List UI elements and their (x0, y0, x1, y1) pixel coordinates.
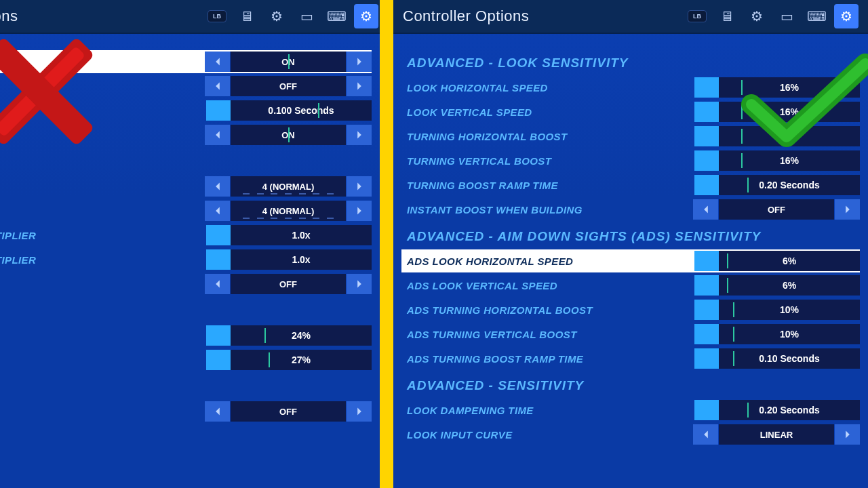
label: CONTROLLER (0, 406, 205, 418)
label: TURNING HORIZONTAL BOOST (401, 131, 694, 142)
window-icon[interactable]: ▭ (294, 4, 319, 28)
display-icon[interactable]: 🖥 (715, 4, 739, 28)
arrow-right-icon[interactable] (346, 401, 372, 422)
slider-handle[interactable] (694, 400, 719, 420)
controller-tab-icon[interactable]: ⚙ (354, 4, 378, 28)
slider[interactable]: 10% (694, 300, 860, 320)
value: 6% (783, 280, 796, 291)
slider[interactable]: 0.10 Seconds (694, 348, 860, 369)
slider-handle[interactable] (694, 102, 719, 122)
arrow-right-icon[interactable] (346, 176, 372, 197)
slider[interactable]: 0.20 Seconds (694, 400, 860, 420)
slider-handle[interactable] (694, 251, 719, 271)
slider[interactable]: 1.0x (206, 225, 372, 245)
row-athb[interactable]: ADS TURNING HORIZONTAL BOOST10% (401, 298, 860, 321)
row-damp[interactable]: LOOK DAMPENING TIME0.20 Seconds (401, 399, 860, 422)
arrow-right-icon[interactable] (346, 52, 372, 72)
value: 6% (783, 256, 796, 266)
slider-handle[interactable] (206, 225, 231, 245)
slider[interactable]: 6% (694, 275, 860, 296)
header-tabs: LB 🖥 ⚙ ▭ ⌨ ⚙ (685, 4, 859, 28)
window-icon[interactable]: ▭ (774, 4, 799, 28)
vertical-divider (380, 0, 393, 488)
slider-handle[interactable] (694, 150, 719, 171)
row-atvb[interactable]: ADS TURNING VERTICAL BOOST10% (401, 323, 860, 346)
toggle[interactable]: ON (205, 52, 372, 72)
arrow-left-icon[interactable] (693, 199, 719, 220)
slider-handle[interactable] (694, 275, 719, 296)
slider-handle[interactable] (206, 325, 231, 346)
slider[interactable]: 6% (694, 251, 860, 271)
arrow-right-icon[interactable] (834, 424, 860, 445)
label: ADS TURNING VERTICAL BOOST (401, 329, 694, 340)
left-pane: er Options LB 🖥 ⚙ ▭ ⌨ ⚙ AUTO-R ON NATELY (0, 0, 380, 488)
arrow-left-icon[interactable] (205, 76, 231, 96)
slider-handle[interactable] (694, 300, 719, 320)
label: DEADZONE (0, 330, 206, 342)
arrow-left-icon[interactable] (205, 401, 231, 422)
display-icon[interactable]: 🖥 (235, 4, 259, 28)
section-ads: ADVANCED - AIM DOWN SIGHTS (ADS) SENSITI… (393, 222, 868, 248)
label: INSTANT BOOST WHEN BUILDING (401, 204, 693, 216)
slider-handle[interactable] (206, 249, 231, 270)
row-dz2[interactable]: DEADZONE 27% (0, 348, 372, 371)
slider-handle[interactable] (694, 77, 719, 98)
slider[interactable]: 0.100 Seconds (206, 100, 372, 121)
toggle[interactable]: OFF (693, 199, 860, 220)
row-curve[interactable]: LOOK INPUT CURVE LINEAR (401, 423, 860, 446)
value: 0.20 Seconds (759, 405, 820, 415)
arrow-right-icon[interactable] (346, 274, 372, 294)
slider-handle[interactable] (206, 350, 231, 370)
slider-handle[interactable] (694, 126, 719, 146)
label: ADS TURNING BOOST RAMP TIME (401, 353, 694, 365)
label: ADS TURNING HORIZONTAL BOOST (401, 304, 694, 316)
arrow-right-icon[interactable] (346, 201, 372, 221)
slider-handle[interactable] (694, 348, 719, 369)
row-aramp[interactable]: ADS TURNING BOOST RAMP TIME0.10 Seconds (401, 347, 860, 370)
value: 1.0x (292, 230, 310, 241)
keyboard-icon[interactable]: ⌨ (804, 4, 829, 28)
gear-icon[interactable]: ⚙ (745, 4, 769, 28)
slider-handle[interactable] (694, 324, 719, 344)
toggle[interactable]: OFF (205, 76, 372, 96)
arrow-left-icon[interactable] (205, 52, 231, 72)
arrow-right-icon[interactable] (834, 199, 860, 220)
arrow-left-icon[interactable] (205, 201, 231, 221)
slider[interactable]: 10% (694, 324, 860, 344)
slider[interactable]: 16% (694, 150, 860, 171)
gear-icon[interactable]: ⚙ (264, 4, 289, 28)
arrow-left-icon[interactable] (205, 125, 231, 145)
slider[interactable]: 1.0x (206, 249, 372, 270)
toggle[interactable]: OFF (205, 401, 372, 422)
row-mult2[interactable]: SENSITIVITY MULTIPLIER 1.0x (0, 248, 372, 271)
toggle[interactable]: ON (205, 125, 372, 145)
toggle[interactable]: LINEAR (693, 424, 860, 445)
controller-tab-icon[interactable]: ⚙ (834, 4, 859, 28)
value: 27% (292, 354, 311, 365)
toggle[interactable]: 4 (NORMAL) (205, 201, 372, 221)
slider-handle[interactable] (694, 175, 719, 195)
value: LINEAR (760, 430, 793, 440)
wrong-x-icon (0, 27, 104, 156)
slider[interactable]: 24% (206, 325, 372, 346)
slider[interactable]: 27% (206, 350, 372, 370)
value: 0.100 Seconds (268, 105, 334, 116)
arrow-left-icon[interactable] (205, 176, 231, 197)
label: ADS LOOK HORIZONTAL SPEED (401, 256, 694, 267)
arrow-right-icon[interactable] (346, 76, 372, 96)
row-mult1[interactable]: SENSITIVITY MULTIPLIER 1.0x (0, 224, 372, 247)
slider-handle[interactable] (206, 100, 231, 121)
label: LOOK DAMPENING TIME (401, 405, 694, 416)
row-alh[interactable]: ADS LOOK HORIZONTAL SPEED6% (401, 249, 860, 272)
row-ramp[interactable]: TURNING BOOST RAMP TIME0.20 Seconds (401, 174, 860, 197)
toggle[interactable]: OFF (205, 274, 372, 294)
row-alv[interactable]: ADS LOOK VERTICAL SPEED6% (401, 274, 860, 297)
row-dz1[interactable]: DEADZONE 24% (0, 324, 372, 347)
keyboard-icon[interactable]: ⌨ (324, 4, 349, 28)
arrow-right-icon[interactable] (346, 125, 372, 145)
arrow-left-icon[interactable] (205, 274, 231, 294)
row-instant[interactable]: INSTANT BOOST WHEN BUILDING OFF (401, 198, 860, 221)
arrow-left-icon[interactable] (693, 424, 719, 445)
slider[interactable]: 0.20 Seconds (694, 175, 860, 195)
toggle[interactable]: 4 (NORMAL) (205, 176, 372, 197)
